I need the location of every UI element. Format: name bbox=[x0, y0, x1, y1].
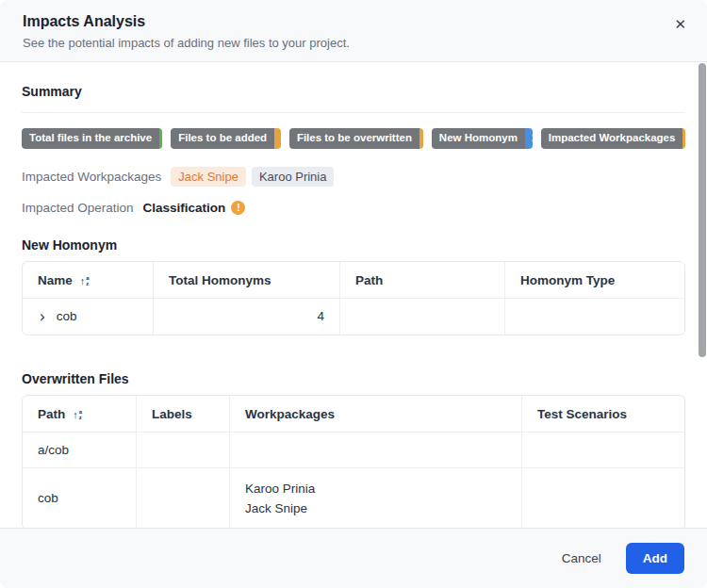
table-row: a/cob bbox=[23, 433, 684, 468]
warning-icon: ! bbox=[231, 201, 245, 215]
file-workpackages bbox=[230, 433, 522, 468]
page-subtitle: See the potential impacts of adding new … bbox=[23, 36, 684, 50]
badge-label: Impacted Workpackages bbox=[541, 128, 683, 149]
column-header-test-scenarios: Test Scenarios bbox=[522, 396, 684, 433]
file-labels bbox=[137, 433, 230, 468]
modal-footer: Cancel Add bbox=[0, 528, 707, 588]
workpackage-name: Jack Snipe bbox=[245, 498, 506, 518]
column-header-homonym-type: Homonym Type bbox=[505, 262, 684, 299]
column-header-path[interactable]: Path↑az bbox=[23, 396, 137, 433]
workpackage-tag-jack-snipe: Jack Snipe bbox=[171, 167, 246, 187]
badge-files-to-add: Files to be added 3 bbox=[171, 128, 281, 149]
cancel-button[interactable]: Cancel bbox=[562, 551, 601, 565]
new-homonym-heading: New Homonym bbox=[22, 237, 685, 253]
overwritten-files-heading: Overwritten Files bbox=[22, 371, 685, 386]
badge-count: 5 bbox=[159, 128, 162, 149]
expand-chevron-icon[interactable]: › bbox=[38, 308, 47, 325]
badge-files-overwritten: Files to be overwritten 2 bbox=[289, 128, 423, 149]
table-header-row: Path↑az Labels Workpackages Test Scenari… bbox=[23, 396, 684, 433]
summary-heading: Summary bbox=[22, 84, 685, 113]
badge-count: 1 bbox=[525, 128, 533, 149]
badge-new-homonym: New Homonym 1 bbox=[432, 128, 533, 149]
sort-alpha-icon[interactable]: ↑az bbox=[80, 275, 90, 286]
add-button[interactable]: Add bbox=[626, 543, 684, 574]
badge-label: Total files in the archive bbox=[22, 128, 159, 149]
overwritten-files-table: Path↑az Labels Workpackages Test Scenari… bbox=[22, 395, 685, 529]
summary-badges-row: Total files in the archive 5 Files to be… bbox=[22, 128, 685, 149]
workpackage-tag-karoo-prinia: Karoo Prinia bbox=[252, 167, 335, 187]
file-workpackages: Karoo Prinia Jack Snipe bbox=[230, 468, 522, 529]
homonym-name: cob bbox=[57, 309, 77, 323]
impacted-workpackages-row: Impacted Workpackages Jack Snipe Karoo P… bbox=[22, 167, 685, 187]
file-test-scenarios bbox=[522, 468, 684, 529]
impacted-operation-value: Classification bbox=[143, 201, 226, 215]
column-header-path: Path bbox=[340, 262, 505, 299]
badge-label: New Homonym bbox=[432, 128, 525, 149]
file-test-scenarios bbox=[522, 433, 684, 468]
modal-body: Summary Total files in the archive 5 Fil… bbox=[0, 62, 707, 528]
table-row: › cob 4 bbox=[23, 299, 684, 335]
file-labels bbox=[137, 468, 230, 529]
sort-alpha-icon[interactable]: ↑az bbox=[73, 409, 82, 420]
workpackage-name: Karoo Prinia bbox=[245, 479, 506, 498]
new-homonym-table: Name↑az Total Homonyms Path Homonym Type… bbox=[22, 261, 685, 335]
impacted-operation-row: Impacted Operation Classification ! bbox=[22, 201, 685, 215]
impacted-workpackages-label: Impacted Workpackages bbox=[22, 170, 161, 184]
scrollbar-thumb[interactable] bbox=[699, 63, 706, 357]
homonym-path bbox=[340, 299, 505, 335]
page-title: Impacts Analysis bbox=[23, 13, 684, 30]
badge-label: Files to be added bbox=[171, 128, 274, 149]
column-header-name[interactable]: Name↑az bbox=[23, 262, 154, 299]
column-header-workpackages: Workpackages bbox=[230, 396, 522, 433]
table-row: cob Karoo Prinia Jack Snipe bbox=[23, 468, 684, 529]
impacted-operation-label: Impacted Operation bbox=[22, 201, 134, 215]
modal-header: Impacts Analysis See the potential impac… bbox=[0, 0, 707, 62]
badge-count: 2 bbox=[419, 128, 423, 149]
badge-count: 3 bbox=[274, 128, 281, 149]
table-header-row: Name↑az Total Homonyms Path Homonym Type bbox=[23, 262, 684, 299]
file-path: cob bbox=[23, 468, 137, 529]
homonym-type bbox=[505, 299, 684, 335]
close-icon[interactable]: ✕ bbox=[670, 13, 690, 35]
badge-count: 2 bbox=[682, 128, 685, 149]
file-path: a/cob bbox=[23, 433, 137, 468]
badge-total-files: Total files in the archive 5 bbox=[22, 128, 162, 149]
column-header-labels: Labels bbox=[137, 396, 230, 433]
badge-impacted-workpackages: Impacted Workpackages 2 bbox=[541, 128, 685, 149]
column-header-total-homonyms: Total Homonyms bbox=[154, 262, 340, 299]
badge-label: Files to be overwritten bbox=[289, 128, 419, 149]
homonym-total: 4 bbox=[154, 299, 340, 335]
